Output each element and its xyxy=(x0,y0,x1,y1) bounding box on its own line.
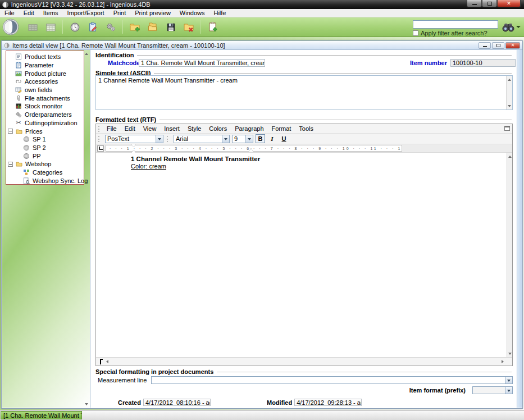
sidebar-item-categories[interactable]: Categories xyxy=(6,168,84,177)
menu-edit[interactable]: Edit xyxy=(19,9,39,17)
sidebar-item-webshop-sync-log[interactable]: Webshop Sync. Log xyxy=(6,176,84,185)
rtf-menu-edit[interactable]: Edit xyxy=(121,125,139,132)
navigation-tree: Product texts Parameter Product picture xyxy=(6,51,84,185)
indent-marker-icon[interactable] xyxy=(131,144,136,153)
edit-record-button[interactable] xyxy=(85,20,100,34)
menu-file[interactable]: File xyxy=(0,9,19,17)
scroll-up-icon[interactable] xyxy=(84,51,89,56)
chevron-down-icon[interactable] xyxy=(156,135,163,143)
rtf-menu-format[interactable]: Format xyxy=(268,125,295,132)
chevron-down-icon[interactable] xyxy=(222,135,229,143)
clipboard-plus-icon xyxy=(207,21,218,33)
rtf-menu-tools[interactable]: Tools xyxy=(295,125,317,132)
sidebar-item-webshop[interactable]: Webshop xyxy=(6,160,84,168)
apply-filter-checkbox[interactable] xyxy=(413,30,418,36)
rtf-menu-paragraph[interactable]: Paragraph xyxy=(231,125,267,132)
close-button[interactable]: ✕ xyxy=(497,0,521,7)
italic-button[interactable]: I xyxy=(267,134,277,143)
chevron-down-icon[interactable] xyxy=(245,135,253,143)
sidebar-item-stock-monitor[interactable]: Stock monitor xyxy=(6,102,84,111)
menu-import-export[interactable]: Import/Export xyxy=(63,9,109,17)
coin-icon xyxy=(23,136,30,143)
sidebar-item-sp1[interactable]: SP 1 xyxy=(6,135,84,144)
sidebar-scrollbar[interactable] xyxy=(84,50,89,408)
underline-button[interactable]: U xyxy=(279,134,289,143)
rtf-menu-file[interactable]: File xyxy=(103,125,121,132)
duplicate-record-button[interactable] xyxy=(145,20,160,34)
rtf-menu-colors[interactable]: Colors xyxy=(205,125,231,132)
sidebar-item-sp2[interactable]: SP 2 xyxy=(6,144,84,152)
sidebar-item-prices[interactable]: Prices xyxy=(6,127,84,135)
detail-close-button[interactable]: ✕ xyxy=(505,42,520,49)
scroll-down-icon[interactable] xyxy=(84,401,89,407)
sidebar-item-orderparameters[interactable]: Orderparameters xyxy=(6,111,84,119)
sidebar-item-product-picture[interactable]: Product picture xyxy=(6,69,84,77)
menu-hilfe[interactable]: Hilfe xyxy=(209,9,230,17)
ruler[interactable]: · · · 1 · · · 2 · · · 3 · · · 4 · · · 5 … xyxy=(106,145,402,152)
rtf-content-area[interactable]: 1 Channel Remote Wall Mount Transmitter … xyxy=(96,153,512,358)
new-record-button[interactable] xyxy=(127,20,142,34)
sidebar-item-product-texts[interactable]: Product texts xyxy=(6,53,84,61)
tab-type-selector[interactable] xyxy=(97,145,104,152)
search-options-caret-icon[interactable] xyxy=(516,26,521,30)
collapse-icon[interactable] xyxy=(8,129,13,134)
matchcode-input[interactable]: 1 Cha. Remote Wall Mount Transmitter, cr… xyxy=(139,59,265,67)
scroll-down-icon[interactable] xyxy=(507,103,512,109)
paragraph-style-select[interactable]: PosText xyxy=(105,135,163,143)
menu-print-preview[interactable]: Print preview xyxy=(130,9,175,17)
detail-minimize-button[interactable] xyxy=(479,42,491,49)
maximize-icon xyxy=(487,2,492,6)
sidebar-item-accessories[interactable]: Accessories xyxy=(6,77,84,86)
grid-view-button[interactable] xyxy=(25,20,40,34)
sidebar-item-cuttingoptimization[interactable]: ✂ Cuttingoptimization xyxy=(6,119,84,127)
font-size-select[interactable]: 9 xyxy=(232,135,253,143)
maximize-button[interactable] xyxy=(482,0,497,7)
chevron-down-icon[interactable] xyxy=(505,387,512,394)
detail-window-scrollbar[interactable] xyxy=(517,50,522,408)
bold-button[interactable]: B xyxy=(256,134,265,143)
font-family-select[interactable]: Arial xyxy=(174,135,230,143)
settings-button[interactable] xyxy=(103,20,118,34)
menu-items[interactable]: Items xyxy=(39,9,63,17)
scroll-down-icon[interactable] xyxy=(507,351,513,357)
tab-marker-icon[interactable] xyxy=(249,146,253,152)
scroll-right-icon[interactable] xyxy=(500,359,505,364)
rtf-menu-style[interactable]: Style xyxy=(184,125,205,132)
simple-text-textarea[interactable]: 1 Channel Remote Wall Mount Transmitter … xyxy=(95,75,513,110)
rtf-menu-view[interactable]: View xyxy=(139,125,161,132)
chevron-down-icon[interactable] xyxy=(505,377,512,384)
rtf-vertical-scrollbar[interactable] xyxy=(507,153,512,357)
scroll-up-icon[interactable] xyxy=(507,153,513,159)
gears-icon xyxy=(106,22,116,33)
simple-text-scrollbar[interactable] xyxy=(506,76,512,109)
history-button[interactable] xyxy=(67,20,82,34)
search-binoculars-icon[interactable] xyxy=(502,22,514,32)
minimize-button[interactable] xyxy=(467,0,482,7)
menu-print[interactable]: Print xyxy=(109,9,131,17)
rtf-expand-icon[interactable] xyxy=(504,126,510,131)
new-item-button[interactable] xyxy=(206,20,220,34)
created-field: 4/17/2012 08:10:16 - admin xyxy=(143,399,211,406)
rtf-horizontal-scrollbar[interactable] xyxy=(96,358,512,366)
scroll-up-icon[interactable] xyxy=(507,76,512,82)
sidebar-item-parameter[interactable]: Parameter xyxy=(6,61,84,70)
scroll-left-icon[interactable] xyxy=(104,359,110,364)
list-view-button[interactable] xyxy=(43,20,58,34)
rtf-toolbar: PosText Arial 9 xyxy=(96,134,512,144)
sidebar-item-own-fields[interactable]: own fields xyxy=(6,86,84,94)
rtf-ruler-row: · · · 1 · · · 2 · · · 3 · · · 4 · · · 5 … xyxy=(96,144,512,153)
search-input[interactable] xyxy=(413,20,498,29)
save-button[interactable] xyxy=(163,20,178,34)
folder-plus-icon xyxy=(129,21,140,33)
active-window-tab[interactable]: [1 Cha. Remote Wall Mount Transmit xyxy=(1,411,82,419)
item-format-select[interactable] xyxy=(472,386,513,394)
rtf-menu-insert[interactable]: Insert xyxy=(160,125,184,132)
delete-record-button[interactable] xyxy=(181,20,196,34)
collapse-icon[interactable] xyxy=(8,162,13,167)
sidebar-item-pp[interactable]: PP xyxy=(6,152,84,160)
text-cursor-icon xyxy=(100,359,101,364)
measurement-line-select[interactable] xyxy=(151,376,513,384)
menu-windows[interactable]: Windows xyxy=(175,9,209,17)
sidebar-item-file-attachments[interactable]: File attachments xyxy=(6,94,84,102)
detail-maximize-button[interactable] xyxy=(492,42,504,49)
